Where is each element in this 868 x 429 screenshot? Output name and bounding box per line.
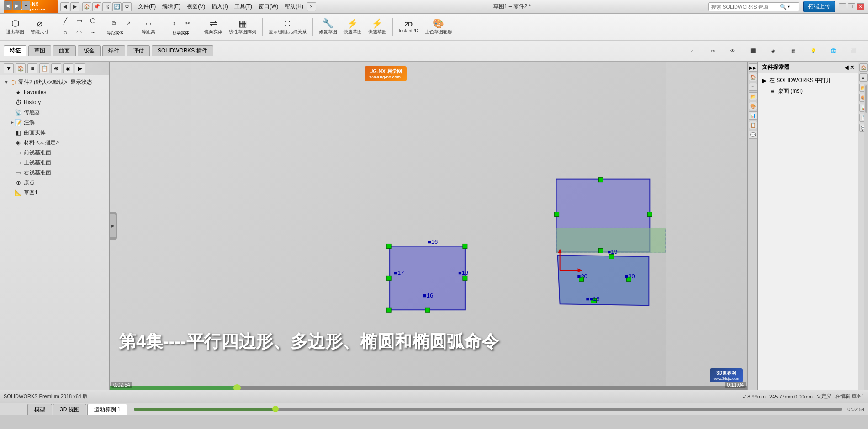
mirror-btn[interactable]: ⇌ 镜向实体 (202, 16, 225, 38)
handle-bc-right[interactable] (598, 248, 603, 253)
linear-pattern-btn[interactable]: ▦ 线性草图阵列 (227, 16, 259, 38)
sidebar-item-favorites[interactable]: ★ Favorites (0, 87, 109, 97)
handle-ml-left[interactable] (386, 276, 391, 280)
print-icon[interactable]: 🖨 (102, 2, 111, 11)
line-btn[interactable]: ╱ (59, 16, 72, 26)
smart-dim-btn[interactable]: ⌀ 智能尺寸 (28, 16, 51, 38)
view-orient-btn[interactable]: ⌂ (683, 42, 702, 59)
upload-button[interactable]: 拓端上传 (803, 1, 835, 12)
menu-window[interactable]: 窗口(W) (256, 2, 281, 11)
rp-list-btn[interactable]: ≡ (749, 83, 757, 91)
pin-icon[interactable]: 📌 (92, 2, 101, 11)
menu-tools[interactable]: 工具(T) (232, 2, 255, 11)
sidebar-item-sketch1[interactable]: 📐 草图1 (0, 188, 109, 198)
tab-sketch[interactable]: 草图 (28, 45, 51, 56)
sidebar-item-annotations[interactable]: ▶ 📝 注解 (0, 117, 109, 127)
exit-sketch-btn[interactable]: ⬡ 退出草图 (4, 16, 26, 38)
fe-item-solidworks[interactable]: ▶ 在 SOLIDWORKS 中打开 (760, 75, 856, 86)
polygon-btn[interactable]: ⬡ (86, 16, 99, 26)
view-snaps-btn[interactable]: ▦ (784, 42, 802, 59)
menu-file[interactable]: 文件(F) (135, 2, 159, 11)
handle-tc-right[interactable] (598, 178, 603, 182)
sidebar-item-origin[interactable]: ⊕ 原点 (0, 178, 109, 188)
sidebar-plus-btn[interactable]: ⊕ (51, 63, 61, 73)
video-progress-bar[interactable] (110, 386, 747, 390)
search-bar[interactable]: 🔍 ▼ (708, 2, 799, 11)
arc-btn[interactable]: ◠ (73, 27, 85, 38)
bottom-tab-motion[interactable]: 运动算例 1 (87, 404, 127, 415)
restore-button[interactable]: ❐ (848, 3, 855, 10)
rp-home-btn[interactable]: 🏠 (749, 73, 757, 81)
rp-doc-btn[interactable]: 📋 (749, 121, 757, 129)
sidebar-item-material[interactable]: ◈ 材料 <未指定> (0, 137, 109, 147)
tree-root[interactable]: ▼ ⬡ 零件2 (默认<<默认>_显示状态 (0, 77, 109, 87)
search-dropdown-icon[interactable]: ▼ (787, 5, 791, 9)
sidebar-item-sensors[interactable]: 📡 传感器 (0, 107, 109, 117)
rp-color-btn[interactable]: 🎨 (749, 102, 757, 110)
handle-ml-right[interactable] (555, 212, 559, 217)
convert-btn[interactable]: ↗ (122, 18, 135, 29)
tab-evaluate[interactable]: 评估 (127, 45, 150, 56)
left-parallelogram[interactable] (390, 246, 465, 310)
rp-chart-btn[interactable]: 📊 (749, 111, 757, 120)
instant2d-btn[interactable]: 2D Instant2D (397, 16, 421, 38)
color-profile-btn[interactable]: 🎨 上色草图轮廓 (423, 16, 455, 38)
sidebar-home-btn[interactable]: 🏠 (16, 63, 26, 73)
forward-button[interactable]: ▶ (70, 2, 79, 11)
rebuild-icon[interactable]: 🔄 (112, 2, 122, 11)
view-lighting-btn[interactable]: 💡 (804, 42, 822, 59)
filter-btn[interactable]: ▼ (4, 63, 14, 73)
spline-btn[interactable]: ~ (86, 27, 99, 38)
minimize-button[interactable]: — (839, 3, 846, 10)
bottom-right-arrow[interactable]: ▶ (13, 1, 21, 10)
handle-mr-left[interactable] (463, 276, 467, 280)
repair-sketch-btn[interactable]: 🔧 修复草图 (317, 16, 339, 38)
sidebar-list-btn[interactable]: ≡ (27, 63, 37, 73)
canvas-area[interactable]: ■16 ■17 ■16 ■16 ■19 ■20 ■20 ■■19 (110, 62, 747, 390)
back-button[interactable]: ◀ (60, 2, 69, 11)
bottom-plus-btn[interactable]: + (22, 1, 30, 10)
view-section-btn[interactable]: ✂ (704, 42, 722, 59)
equidistant-btn[interactable]: ↔ 等距离 (137, 16, 160, 38)
circle-btn[interactable]: ○ (59, 27, 72, 38)
bottom-tab-model[interactable]: 模型 (27, 404, 52, 415)
view-viewport-btn[interactable]: ⬜ (844, 42, 863, 59)
bottom-tab-3dview[interactable]: 3D 视图 (53, 404, 86, 415)
tab-surface[interactable]: 曲面 (53, 45, 76, 56)
handle-bl-left[interactable] (386, 308, 391, 312)
show-relations-btn[interactable]: ∷ 显示/删除几何关系 (266, 16, 309, 38)
menu-view[interactable]: 视图(V) (184, 2, 208, 11)
fe-item-desktop[interactable]: 🖥 桌面 (msi) (760, 86, 856, 96)
rp-chat-btn[interactable]: 💬 (749, 131, 757, 139)
sidebar-collapse-btn[interactable]: ▶ (110, 214, 116, 237)
move-entity-btn[interactable]: ↕ (168, 18, 180, 29)
handle-tl-left[interactable] (386, 244, 391, 248)
sidebar-item-history[interactable]: ⏱ History (0, 97, 109, 107)
tab-feature[interactable]: 特征 (4, 45, 26, 56)
sidebar-item-top-plane[interactable]: ▭ 上视基准面 (0, 157, 109, 167)
sidebar-item-front-plane[interactable]: ▭ 前视基准面 (0, 147, 109, 157)
tab-plugins[interactable]: SOLIDWORKS 插件 (152, 45, 213, 56)
rect-btn[interactable]: ▭ (73, 16, 85, 26)
home-icon[interactable]: 🏠 (82, 2, 91, 11)
sidebar-item-surface-bodies[interactable]: ◧ 曲面实体 (0, 127, 109, 137)
bottom-right-parallelogram[interactable] (558, 255, 649, 305)
video-thumb[interactable] (233, 384, 241, 390)
fer-list-btn[interactable]: ≡ (859, 73, 868, 82)
menu-insert[interactable]: 插入(I) (209, 2, 230, 11)
quick-sketch-btn[interactable]: ⚡ 快速草图 (341, 16, 364, 38)
sidebar-expand-btn[interactable]: ▶ (75, 63, 85, 73)
close-tab-btn[interactable]: ✕ (307, 2, 316, 11)
view-hide-btn[interactable]: 👁 (724, 42, 742, 59)
quick-sketch2-btn[interactable]: ⚡ 快速草图 (366, 16, 389, 38)
view-scene-btn[interactable]: 🌐 (824, 42, 842, 59)
video-scrubber[interactable] (272, 406, 279, 412)
search-input[interactable] (711, 4, 780, 10)
fer-home-btn[interactable]: 🏠 (859, 63, 868, 72)
view-appearance-btn[interactable]: ◉ (764, 42, 782, 59)
tab-sheetmetal[interactable]: 钣金 (78, 45, 101, 56)
handle-tr-left[interactable] (463, 244, 467, 248)
rp-expand-btn[interactable]: ▶▶ (749, 63, 757, 72)
tab-weldment[interactable]: 焊件 (102, 45, 125, 56)
fe-close-btn[interactable]: ✕ (850, 64, 854, 71)
